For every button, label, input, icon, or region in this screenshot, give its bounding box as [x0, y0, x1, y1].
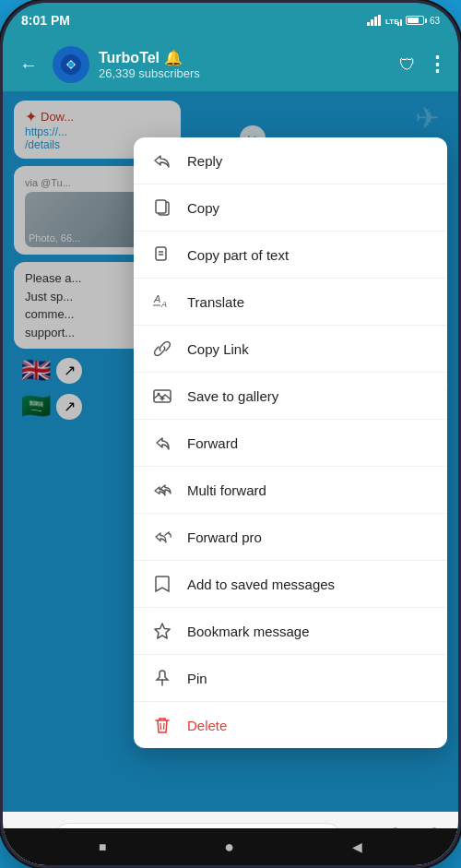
back-nav-button[interactable]: ◀	[352, 839, 362, 854]
svg-rect-1	[371, 19, 373, 26]
phone-shell: 8:01 PM LTE	[0, 0, 461, 868]
context-menu: Reply Copy	[134, 137, 447, 748]
status-icons: LTE 63	[367, 15, 440, 26]
save-messages-label: Add to saved messages	[187, 577, 335, 592]
channel-subtitle: 26,339 subscribers	[99, 66, 390, 80]
nav-bar: ← TurboTel 🔔 26,339 subscribers 🛡 ⋮	[3, 38, 458, 91]
square-button[interactable]: ■	[99, 839, 106, 854]
bookmark-add-icon	[152, 574, 172, 594]
svg-point-8	[68, 62, 74, 67]
menu-item-copy[interactable]: Copy	[134, 184, 447, 232]
turbotel-logo	[61, 54, 81, 75]
star-icon	[152, 621, 172, 641]
nav-actions: 🛡 ⋮	[399, 53, 447, 77]
delete-label: Delete	[187, 718, 227, 733]
signal-icon	[367, 15, 382, 26]
menu-item-save-gallery[interactable]: Save to gallery	[134, 373, 447, 420]
chat-area: ✈ 📄 ↗ ★ ↪ ✉ ✈ ♥ ✦ Dow...	[3, 91, 458, 812]
svg-rect-0	[367, 22, 370, 26]
menu-item-copy-part[interactable]: Copy part of text	[134, 232, 447, 279]
svg-text:LTE: LTE	[385, 18, 399, 26]
back-button[interactable]: ←	[14, 54, 43, 76]
save-gallery-label: Save to gallery	[187, 388, 278, 404]
lte-signal-icon: LTE	[385, 15, 402, 26]
forward-pro-label: Forward pro	[187, 529, 262, 545]
status-bar: 8:01 PM LTE	[3, 3, 458, 38]
svg-rect-6	[400, 19, 402, 26]
menu-item-save-messages[interactable]: Add to saved messages	[134, 561, 447, 608]
link-icon	[152, 339, 172, 359]
translate-label: Translate	[187, 294, 244, 310]
svg-point-18	[158, 393, 160, 396]
copy-part-label: Copy part of text	[187, 247, 289, 263]
trash-icon	[152, 715, 172, 735]
gallery-icon	[152, 386, 172, 406]
menu-item-delete[interactable]: Delete	[134, 702, 447, 748]
copy-link-label: Copy Link	[187, 341, 249, 357]
menu-item-reply[interactable]: Reply	[134, 137, 447, 184]
svg-rect-5	[397, 22, 399, 26]
shield-button[interactable]: 🛡	[399, 55, 416, 75]
multi-forward-label: Multi forward	[187, 482, 266, 498]
svg-text:A: A	[153, 293, 160, 304]
battery-indicator: 63	[406, 16, 440, 26]
reply-icon	[152, 150, 172, 171]
phone-screen: 8:01 PM LTE	[3, 3, 458, 865]
svg-rect-3	[378, 15, 381, 26]
channel-title: TurboTel 🔔	[99, 49, 390, 66]
bookmark-label: Bookmark message	[187, 624, 310, 639]
translate-icon: A A	[152, 291, 172, 312]
multi-forward-icon	[152, 480, 172, 500]
menu-item-bookmark[interactable]: Bookmark message	[134, 608, 447, 655]
svg-rect-2	[374, 17, 377, 26]
svg-line-21	[164, 723, 165, 730]
forward-label: Forward	[187, 435, 238, 451]
svg-rect-11	[156, 247, 166, 260]
copy-part-icon	[152, 244, 172, 265]
svg-line-20	[160, 723, 161, 730]
system-nav: ■ ● ◀	[3, 828, 458, 865]
menu-item-pin[interactable]: Pin	[134, 655, 447, 702]
channel-info: TurboTel 🔔 26,339 subscribers	[99, 49, 390, 80]
status-time: 8:01 PM	[21, 13, 70, 28]
pin-icon	[152, 668, 172, 688]
menu-item-forward[interactable]: Forward	[134, 420, 447, 467]
reply-label: Reply	[187, 153, 222, 169]
menu-item-copy-link[interactable]: Copy Link	[134, 326, 447, 373]
menu-item-forward-pro[interactable]: Forward pro	[134, 514, 447, 561]
copy-icon	[152, 197, 172, 218]
more-button[interactable]: ⋮	[427, 53, 447, 77]
forward-icon	[152, 433, 172, 453]
copy-label: Copy	[187, 200, 219, 216]
channel-avatar	[53, 46, 89, 83]
menu-item-multi-forward[interactable]: Multi forward	[134, 467, 447, 514]
menu-item-translate[interactable]: A A Translate	[134, 279, 447, 326]
circle-button[interactable]: ●	[224, 838, 234, 857]
svg-text:A: A	[160, 300, 167, 309]
svg-rect-10	[156, 200, 166, 213]
pin-label: Pin	[187, 671, 207, 686]
forward-pro-icon	[152, 527, 172, 547]
